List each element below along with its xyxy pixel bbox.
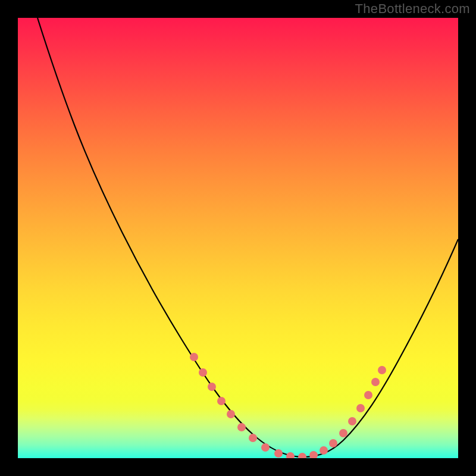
marker-point (298, 453, 306, 458)
marker-point (320, 446, 328, 455)
marker-point (274, 449, 283, 458)
marker-point (237, 423, 246, 431)
marker-point (364, 391, 372, 399)
marker-point (199, 368, 207, 377)
marker-point (371, 378, 380, 386)
marker-point (249, 434, 257, 442)
marker-point (208, 383, 216, 391)
marker-point (348, 417, 356, 425)
marker-point (190, 353, 198, 361)
chart-stage: TheBottleneck.com (0, 0, 476, 476)
marker-point (217, 397, 226, 405)
marker-point (227, 410, 235, 418)
bottleneck-curve (37, 18, 458, 457)
marker-point (378, 366, 386, 374)
marker-point (356, 404, 365, 412)
curve-layer (18, 18, 458, 458)
marker-point (329, 439, 337, 447)
watermark-text: TheBottleneck.com (355, 1, 470, 17)
marker-point (309, 451, 318, 458)
marker-point (261, 443, 270, 452)
plot-area (18, 18, 458, 458)
marker-point (286, 452, 295, 458)
marker-point (339, 429, 347, 437)
